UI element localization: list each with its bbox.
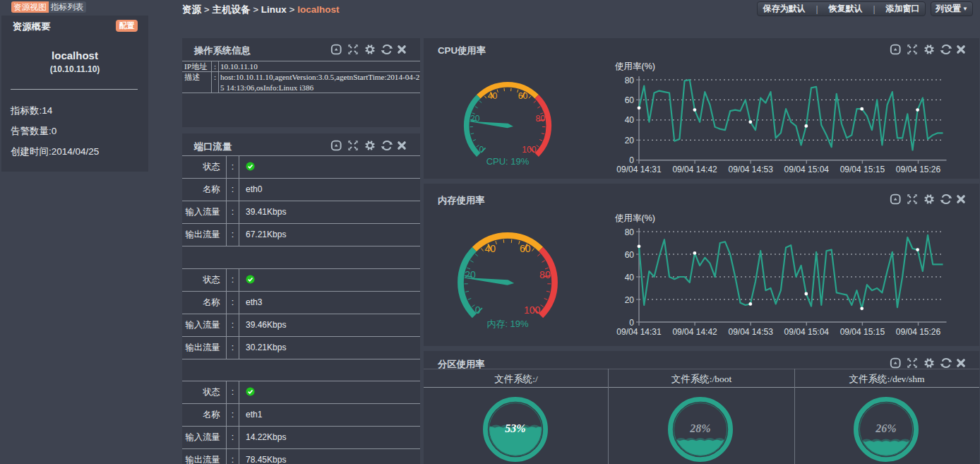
- svg-text:100: 100: [522, 145, 537, 155]
- svg-text:40: 40: [624, 115, 634, 125]
- svg-text:20: 20: [624, 135, 634, 145]
- svg-text:80: 80: [535, 114, 545, 124]
- svg-text:80: 80: [624, 75, 634, 85]
- svg-text:0: 0: [475, 304, 481, 316]
- svg-text:09/04 15:15: 09/04 15:15: [839, 326, 885, 336]
- svg-text:09/04 14:53: 09/04 14:53: [728, 165, 773, 174]
- svg-text:20: 20: [624, 295, 634, 304]
- svg-text:40: 40: [488, 91, 498, 101]
- svg-text:60: 60: [624, 95, 634, 105]
- svg-text:09/04 14:42: 09/04 14:42: [672, 326, 717, 336]
- svg-text:0: 0: [629, 317, 634, 327]
- svg-text:60: 60: [518, 91, 528, 101]
- svg-text:09/04 14:31: 09/04 14:31: [616, 165, 662, 174]
- svg-text:80: 80: [624, 227, 634, 237]
- svg-text:80: 80: [539, 269, 551, 280]
- svg-text:09/04 14:53: 09/04 14:53: [728, 326, 773, 336]
- svg-text:60: 60: [624, 249, 634, 259]
- svg-text:60: 60: [520, 243, 531, 254]
- svg-text:09/04 15:15: 09/04 15:15: [839, 165, 885, 174]
- svg-text:09/04 14:31: 09/04 14:31: [616, 326, 662, 336]
- svg-text:0: 0: [479, 145, 484, 155]
- svg-text:09/04 15:04: 09/04 15:04: [784, 326, 829, 336]
- svg-text:100: 100: [524, 304, 541, 316]
- svg-text:09/04 15:04: 09/04 15:04: [784, 165, 829, 174]
- svg-text:0: 0: [629, 155, 634, 165]
- svg-text:40: 40: [624, 272, 634, 282]
- svg-text:09/04 15:26: 09/04 15:26: [895, 326, 940, 336]
- svg-text:40: 40: [485, 243, 496, 254]
- svg-text:09/04 14:42: 09/04 14:42: [672, 165, 717, 174]
- svg-text:09/04 15:26: 09/04 15:26: [895, 165, 940, 174]
